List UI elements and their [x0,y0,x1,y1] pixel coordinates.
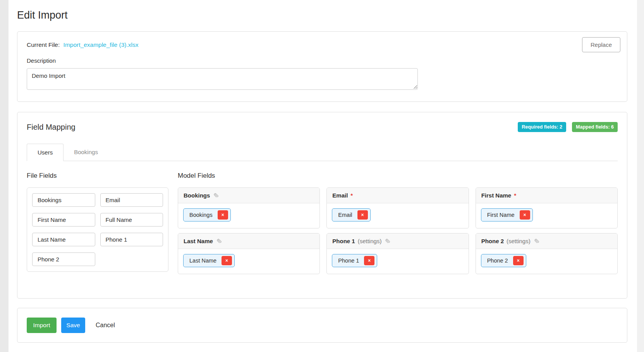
model-field-title: Last Name [184,238,213,244]
model-field-card: Phone 2 (settings) Phone 2 × [476,233,618,274]
import-button[interactable]: Import [27,318,57,333]
chip-remove-button[interactable]: × [520,210,530,220]
badges-group: Required fields: 2 Mapped fields: 6 [518,122,618,132]
mapped-chip[interactable]: Email × [332,208,370,222]
model-field-card: First Name * First Name × [476,187,618,228]
chip-remove-button[interactable]: × [364,256,374,265]
file-field-label: Last Name [38,236,66,243]
replace-button[interactable]: Replace [582,37,620,52]
model-field-dropzone: Bookings × [178,203,319,228]
model-field-dropzone: Email × [327,203,468,228]
paperclip-icon [216,239,222,244]
file-field-label: Email [106,197,120,203]
chip-remove-button[interactable]: × [218,210,228,220]
mapped-chip[interactable]: Phone 1 × [332,254,377,267]
field-mapping-title: Field Mapping [27,123,76,132]
file-field-item[interactable]: Last Name [32,233,95,246]
mapped-chip-label: First Name [487,212,515,218]
paperclip-icon [385,239,390,244]
description-label: Description [27,57,618,64]
current-file-label: Current File: [27,41,60,48]
file-fields-title: File Fields [27,172,168,180]
model-field-settings-suffix: (settings) [358,238,382,244]
left-gutter [0,0,9,352]
chip-remove-button[interactable]: × [222,256,232,265]
main-content: Edit Import Current File: Import_example… [9,0,637,352]
cancel-button[interactable]: Cancel [96,322,115,329]
description-textarea[interactable]: Demo Import [27,68,418,90]
model-field-card: Email * Email × [326,187,469,228]
file-field-label: First Name [38,216,66,223]
page-title: Edit Import [17,9,627,21]
model-field-header: Bookings [178,188,319,203]
mapped-chip[interactable]: Last Name × [183,254,235,267]
model-fields-grid: Bookings Bookings × Email * Email [178,187,618,274]
model-field-header: Last Name [178,234,319,249]
model-field-card: Bookings Bookings × [178,187,320,228]
mapped-chip-label: Last Name [189,258,216,264]
file-field-item[interactable]: First Name [32,213,95,227]
file-field-item[interactable]: Phone 2 [32,252,95,266]
model-field-title: Phone 2 [481,238,504,244]
model-field-card: Last Name Last Name × [178,233,320,274]
model-field-dropzone: First Name × [476,203,617,228]
model-field-header: Phone 1 (settings) [327,234,468,249]
model-field-header: Email * [327,188,468,203]
mapped-fields-badge: Mapped fields: 6 [572,122,618,132]
current-file-row: Current File: Import_example_file (3).xl… [27,41,618,48]
required-asterisk: * [350,192,353,199]
chip-remove-button[interactable]: × [513,256,524,265]
model-field-header: Phone 2 (settings) [476,234,617,249]
mapped-chip[interactable]: Bookings × [183,208,231,222]
paperclip-icon [534,239,539,244]
file-field-label: Phone 1 [106,236,127,243]
file-field-item[interactable]: Email [100,193,163,207]
footer-actions-card: Import Save Cancel [17,308,627,343]
mapped-chip-label: Bookings [189,212,213,218]
model-fields-title: Model Fields [178,172,618,180]
current-file-link[interactable]: Import_example_file (3).xlsx [64,41,139,48]
model-field-title: Phone 1 [332,238,355,244]
mapped-chip[interactable]: Phone 2 × [481,254,526,267]
model-field-title: Email [332,192,348,199]
mapped-chip-label: Phone 2 [487,258,508,264]
model-field-title: First Name [481,192,512,199]
model-field-dropzone: Phone 1 × [327,249,468,274]
file-fields-panel: Bookings Email First Name Full Name Last… [27,187,168,272]
file-field-label: Full Name [106,216,132,223]
model-field-dropzone: Phone 2 × [476,249,617,274]
tab-bar: Users Bookings [27,144,618,161]
file-field-item[interactable]: Full Name [100,213,163,227]
mapped-chip-label: Email [338,212,352,218]
model-field-title: Bookings [184,192,210,199]
file-field-item[interactable]: Phone 1 [100,233,163,246]
model-field-dropzone: Last Name × [178,249,319,274]
model-field-header: First Name * [476,188,617,203]
save-button[interactable]: Save [61,318,85,333]
required-fields-badge: Required fields: 2 [518,122,566,132]
mapped-chip-label: Phone 1 [338,258,359,264]
chip-remove-button[interactable]: × [357,210,368,220]
file-field-item[interactable]: Bookings [32,193,95,207]
paperclip-icon [214,193,219,198]
model-field-settings-suffix: (settings) [507,238,531,244]
tab-bookings[interactable]: Bookings [64,144,108,161]
required-asterisk: * [514,192,516,199]
model-field-card: Phone 1 (settings) Phone 1 × [326,233,469,274]
file-card: Current File: Import_example_file (3).xl… [17,31,627,102]
file-field-label: Bookings [38,197,62,203]
field-mapping-card: Field Mapping Required fields: 2 Mapped … [17,112,627,299]
file-field-label: Phone 2 [38,256,59,263]
tab-users[interactable]: Users [27,144,64,161]
scrollbar-track[interactable] [637,0,644,352]
mapped-chip[interactable]: First Name × [481,208,533,222]
